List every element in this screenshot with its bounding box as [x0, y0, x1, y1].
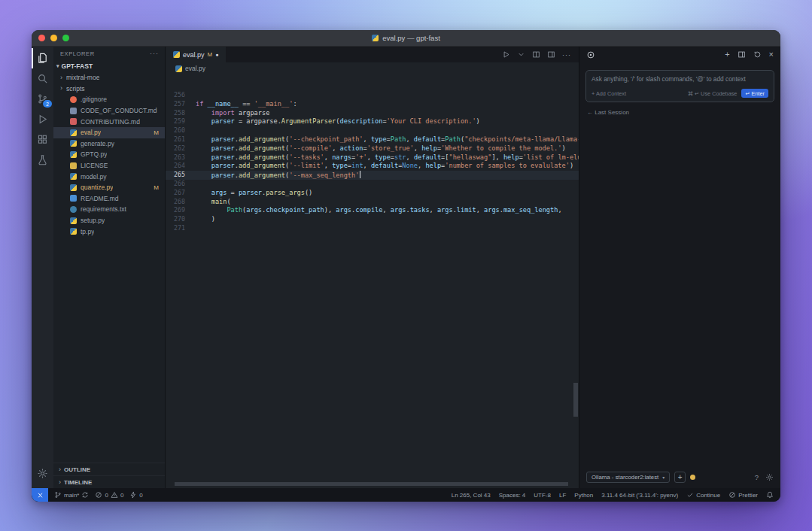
- markdown-icon: [70, 195, 77, 202]
- code-editor[interactable]: 256257if __name__ == '__main__':258 impo…: [166, 74, 579, 488]
- window-title: eval.py — gpt-fast: [372, 34, 440, 42]
- file-name: LICENSE: [81, 162, 108, 169]
- code-line-262[interactable]: 262 parser.add_argument('--compile', act…: [166, 144, 579, 153]
- code-line-271[interactable]: 271: [166, 224, 579, 233]
- branch-name: main*: [64, 492, 79, 499]
- chevron-down-icon: ▾: [662, 475, 665, 480]
- explorer-item-generate.py[interactable]: generate.py: [53, 138, 165, 150]
- explorer-item-model.py[interactable]: model.py: [53, 171, 165, 182]
- extensions-icon[interactable]: [32, 129, 53, 150]
- explorer-item-CONTRIBUTING.md[interactable]: CONTRIBUTING.md: [53, 116, 165, 127]
- timeline-label: TIMELINE: [64, 479, 92, 486]
- code-line-267[interactable]: 267 args = parser.parse_args(): [166, 189, 579, 198]
- zoom-window-button[interactable]: [62, 35, 69, 41]
- assistant-input-box[interactable]: Ask anything, '/' for slash commands, '@…: [585, 70, 774, 102]
- editor-more-actions-icon[interactable]: ···: [562, 51, 571, 59]
- explorer-item-scripts[interactable]: ›scripts: [53, 83, 165, 95]
- prettier-status-item[interactable]: Prettier: [728, 491, 758, 499]
- continue-logo-icon: [586, 50, 595, 59]
- code-line-256[interactable]: 256: [166, 91, 579, 100]
- close-window-button[interactable]: [38, 35, 45, 41]
- continue-status-item[interactable]: Continue: [686, 491, 720, 499]
- problems-item[interactable]: 0 0: [95, 491, 123, 499]
- minimize-window-button[interactable]: [50, 35, 57, 41]
- code-line-265[interactable]: 265 parser.add_argument('--max_seq_lengt…: [166, 171, 579, 180]
- tab-eval-py[interactable]: eval.py M ●: [166, 47, 226, 62]
- use-codebase-button[interactable]: ⌘ ↵ Use Codebase: [688, 90, 737, 97]
- code-line-266[interactable]: 266: [166, 180, 579, 189]
- explorer-item-GPTQ.py[interactable]: GPTQ.py: [53, 149, 165, 160]
- timeline-section[interactable]: › TIMELINE: [53, 475, 165, 488]
- outline-section[interactable]: › OUTLINE: [53, 463, 165, 475]
- explorer-item-.gitignore[interactable]: .gitignore: [53, 94, 165, 105]
- project-section-header[interactable]: ▾ GPT-FAST: [53, 60, 165, 72]
- breadcrumb[interactable]: eval.py: [166, 62, 579, 74]
- model-select[interactable]: Ollama - starcoder2:latest ▾: [586, 472, 670, 483]
- explorer-item-LICENSE[interactable]: LICENSE: [53, 160, 165, 171]
- indentation-item[interactable]: Spaces: 4: [499, 492, 526, 499]
- cursor-position-item[interactable]: Ln 265, Col 43: [452, 492, 491, 499]
- settings-gear-icon[interactable]: [32, 463, 53, 484]
- language-mode-item[interactable]: Python: [574, 492, 593, 499]
- enter-button[interactable]: ↵ Enter: [741, 89, 768, 98]
- toggle-layout-icon[interactable]: [547, 50, 555, 59]
- code-line-258[interactable]: 258 import argparse: [166, 109, 579, 118]
- horizontal-scrollbar[interactable]: [175, 482, 568, 486]
- explorer-item-requirements.txt[interactable]: requirements.txt: [53, 204, 165, 215]
- code-line-257[interactable]: 257if __name__ == '__main__':: [166, 100, 579, 109]
- run-debug-icon[interactable]: [32, 109, 53, 129]
- code-line-270[interactable]: 270 ): [166, 215, 579, 224]
- ports-item[interactable]: 0: [129, 491, 142, 499]
- circle-slash-icon: [728, 491, 736, 499]
- encoding-item[interactable]: UTF-8: [534, 492, 551, 499]
- code-line-261[interactable]: 261 parser.add_argument('--checkpoint_pa…: [166, 135, 579, 144]
- code-line-263[interactable]: 263 parser.add_argument('--tasks', nargs…: [166, 153, 579, 162]
- eol-item[interactable]: LF: [559, 492, 566, 499]
- explorer-item-mixtral-moe[interactable]: ›mixtral-moe: [53, 72, 165, 83]
- code-line-264[interactable]: 264 parser.add_argument('--limit', type=…: [166, 162, 579, 171]
- window-controls: [38, 35, 69, 41]
- explorer-item-CODE_OF_CONDUCT.md[interactable]: CODE_OF_CONDUCT.md: [53, 105, 165, 117]
- status-bar: main* 0 0 0 Ln 265, Col 43 Spaces: 4 UTF…: [32, 488, 780, 502]
- python-interpreter-item[interactable]: 3.11.4 64-bit ('3.11.4': pyenv): [601, 492, 678, 499]
- notifications-bell-icon[interactable]: [766, 491, 774, 499]
- vertical-scrollbar[interactable]: [573, 383, 578, 417]
- code-line-268[interactable]: 268 main(: [166, 198, 579, 207]
- history-icon[interactable]: [753, 50, 762, 59]
- explorer-item-README.md[interactable]: README.md: [53, 193, 165, 205]
- license-icon: [70, 162, 77, 169]
- explorer-icon[interactable]: [32, 48, 53, 68]
- search-icon[interactable]: [32, 68, 53, 89]
- file-name: .gitignore: [81, 96, 107, 103]
- explorer-item-eval.py[interactable]: eval.pyM: [53, 127, 165, 138]
- run-python-file-icon[interactable]: [502, 50, 510, 59]
- code-line-269[interactable]: 269 Path(args.checkpoint_path), args.com…: [166, 206, 579, 215]
- remote-indicator[interactable]: [32, 488, 48, 502]
- new-session-icon[interactable]: +: [725, 50, 729, 59]
- add-model-button[interactable]: +: [674, 472, 686, 483]
- run-dropdown-icon[interactable]: [517, 50, 525, 59]
- split-editor-icon[interactable]: [532, 50, 540, 59]
- close-panel-icon[interactable]: ×: [769, 50, 774, 59]
- last-session-link[interactable]: ← Last Session: [587, 109, 773, 116]
- layout-icon[interactable]: [737, 50, 746, 59]
- line-number: 269: [166, 206, 185, 215]
- add-context-button[interactable]: + Add Context: [592, 90, 626, 97]
- assistant-settings-gear-icon[interactable]: [765, 473, 774, 481]
- code-line-260[interactable]: 260: [166, 126, 579, 135]
- testing-icon[interactable]: [32, 150, 53, 170]
- code-line-259[interactable]: 259 parser = argparse.ArgumentParser(des…: [166, 117, 579, 126]
- git-branch-item[interactable]: main*: [54, 491, 89, 499]
- source-control-icon[interactable]: 2: [32, 89, 53, 109]
- explorer-item-quantize.py[interactable]: quantize.pyM: [53, 182, 165, 193]
- more-actions-icon[interactable]: ···: [150, 50, 159, 57]
- title-bar[interactable]: eval.py — gpt-fast: [32, 30, 780, 47]
- code-text: main(: [196, 198, 231, 207]
- file-name: quantize.py: [81, 184, 113, 191]
- assistant-input-placeholder[interactable]: Ask anything, '/' for slash commands, '@…: [592, 75, 768, 83]
- line-number: 261: [166, 135, 185, 144]
- explorer-item-setup.py[interactable]: setup.py: [53, 215, 165, 226]
- help-icon[interactable]: ?: [755, 473, 759, 481]
- code-text: args = parser.parse_args(): [196, 189, 312, 198]
- explorer-item-tp.py[interactable]: tp.py: [53, 226, 165, 237]
